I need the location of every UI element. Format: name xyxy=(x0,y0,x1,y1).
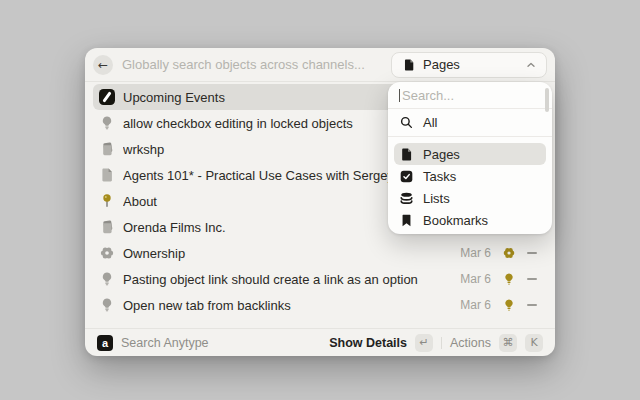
flower-gray-icon xyxy=(99,245,115,261)
dropdown-item-label: Bookmarks xyxy=(423,213,488,228)
task-icon xyxy=(399,169,414,184)
dropdown-type-list: Pages Tasks Lists Bookmarks xyxy=(388,137,552,235)
dropdown-search-row[interactable]: Search... xyxy=(388,82,552,109)
search-result-row[interactable]: Pasting object link should create a link… xyxy=(93,266,547,292)
k-keycap: K xyxy=(525,334,543,352)
footer-app-label: Search Anytype xyxy=(121,336,329,350)
bulb-yellow-icon xyxy=(502,272,516,286)
bookmark-icon xyxy=(399,213,414,228)
chevron-up-icon xyxy=(526,60,536,70)
list-icon xyxy=(399,191,414,206)
search-icon xyxy=(399,115,414,130)
flower-yellow-icon xyxy=(502,246,516,260)
result-meta: Mar 6 xyxy=(460,246,541,260)
bulb-gray-icon xyxy=(99,297,115,313)
dropdown-item-label: Pages xyxy=(423,147,460,162)
result-title: Pasting object link should create a link… xyxy=(123,272,460,287)
bulb-gray-icon xyxy=(99,115,115,131)
actions-button[interactable]: Actions xyxy=(450,336,491,350)
text-cursor xyxy=(399,89,400,102)
footer-divider xyxy=(441,337,442,349)
result-meta: Mar 6 xyxy=(460,298,541,312)
dropdown-item-pages[interactable]: Pages xyxy=(394,143,546,165)
dialog-footer: a Search Anytype Show Details ↵ Actions … xyxy=(85,328,555,356)
type-filter-button[interactable]: Pages xyxy=(391,52,547,78)
dropdown-item-label: Lists xyxy=(423,191,450,206)
dropdown-scrollbar[interactable] xyxy=(545,88,549,112)
dropdown-item-label: Tasks xyxy=(423,169,456,184)
result-title: Ownership xyxy=(123,246,460,261)
search-result-row[interactable]: Ownership Mar 6 xyxy=(93,240,547,266)
dash-icon xyxy=(527,304,537,306)
page-gray-icon xyxy=(99,167,115,183)
last-modified-date: Mar 6 xyxy=(460,298,491,312)
desktop-background: ← Globally search objects across channel… xyxy=(0,0,640,400)
dropdown-search-input[interactable]: Search... xyxy=(402,88,454,103)
upcoming-events-icon xyxy=(99,89,115,105)
anytype-logo-icon: a xyxy=(97,335,113,351)
search-result-row[interactable]: Open new tab from backlinks Mar 6 xyxy=(93,292,547,318)
last-modified-date: Mar 6 xyxy=(460,272,491,286)
bulb-yellow-icon xyxy=(502,298,516,312)
dropdown-item-label: All xyxy=(423,115,437,130)
arrow-left-icon: ← xyxy=(98,58,108,72)
show-details-button[interactable]: Show Details xyxy=(329,336,407,350)
dropdown-item-lists[interactable]: Lists xyxy=(394,187,546,209)
pin-yellow-icon xyxy=(99,193,115,209)
result-title: Open new tab from backlinks xyxy=(123,298,460,313)
page-icon xyxy=(402,58,416,72)
dropdown-item-tasks[interactable]: Tasks xyxy=(394,165,546,187)
dropdown-item-bookmarks[interactable]: Bookmarks xyxy=(394,209,546,231)
type-filter-dropdown: Search... All Pages Tasks Lists Bookmark… xyxy=(388,82,552,234)
docs-gray-icon xyxy=(99,141,115,157)
docs-gray-icon xyxy=(99,219,115,235)
last-modified-date: Mar 6 xyxy=(460,246,491,260)
page-icon xyxy=(399,147,414,162)
dash-icon xyxy=(527,278,537,280)
bulb-gray-icon xyxy=(99,271,115,287)
enter-keycap: ↵ xyxy=(415,334,433,352)
global-search-input[interactable]: Globally search objects across channels.… xyxy=(122,57,391,72)
result-meta: Mar 6 xyxy=(460,272,541,286)
cmd-keycap: ⌘ xyxy=(499,334,517,352)
dash-icon xyxy=(527,252,537,254)
dropdown-item-all[interactable]: All xyxy=(388,109,552,137)
search-header: ← Globally search objects across channel… xyxy=(85,48,555,82)
back-button[interactable]: ← xyxy=(93,55,113,75)
type-filter-label: Pages xyxy=(423,57,519,72)
